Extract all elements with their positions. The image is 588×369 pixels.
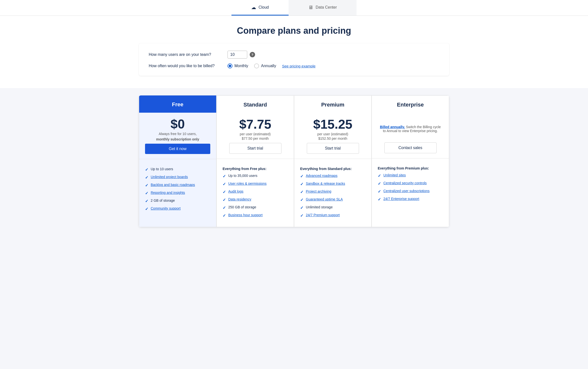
enterprise-feature-3-text[interactable]: Centralized user subscriptions [383,189,430,193]
tab-cloud-label: Cloud [259,5,269,10]
premium-feature-6-text[interactable]: 24/7 Premium support [306,213,340,217]
enterprise-feature-1-text[interactable]: Unlimited sites [383,173,406,177]
premium-plan-header: Premium [294,96,371,113]
check-icon: ✓ [378,181,381,186]
tab-cloud[interactable]: ☁ Cloud [231,0,289,15]
standard-cta-button[interactable]: Start trial [229,143,281,154]
free-price-section: $0 Always free for 10 users, monthly sub… [139,113,216,144]
free-feature-2-text[interactable]: Unlimited project boards [151,175,188,179]
page-header: Compare plans and pricing [0,16,588,43]
free-feature-5-text: 2 GB of storage [151,199,175,202]
tab-datacenter[interactable]: 🖥 Data Center [289,0,357,15]
premium-features: Everything from Standard plus: ✓ Advance… [294,163,371,227]
check-icon: ✓ [145,175,148,180]
premium-feature-5-text: Unlimited storage [306,205,333,209]
premium-feature-2-text[interactable]: Sandbox & release tracks [306,182,345,185]
premium-feature-1: ✓ Advanced roadmaps [300,174,365,179]
monthly-radio-inner [229,65,231,67]
enterprise-plan-header: Enterprise [372,96,449,113]
check-icon: ✓ [145,199,148,203]
premium-plan-name: Premium [299,102,366,108]
enterprise-feature-4: ✓ 24/7 Enterprise support [378,197,443,202]
enterprise-feature-2: ✓ Centralized security controls [378,181,443,186]
users-input[interactable] [228,51,247,59]
plan-card-free: Free $0 Always free for 10 users, monthl… [139,95,216,227]
check-icon: ✓ [300,198,303,202]
datacenter-icon: 🖥 [308,5,313,10]
standard-feature-1-text: Up to 35,000 users [228,174,257,178]
enterprise-billed-annually-link[interactable]: Billed annually. [380,125,405,129]
plan-card-premium: Premium $15.25 per user (estimated) $152… [294,95,372,227]
billing-options: Monthly Annually See pricing example [228,63,315,68]
tab-datacenter-label: Data Center [316,5,337,10]
enterprise-note: Billed annually. Switch the Billing cycl… [377,125,444,133]
free-feature-6-text[interactable]: Community support [151,206,180,210]
free-features: ✓ Up to 10 users ✓ Unlimited project boa… [139,163,216,227]
premium-price-sub: per user (estimated) [317,132,348,136]
free-feature-4: ✓ Reporting and insights [145,191,210,196]
premium-cta: Start trial [294,143,371,159]
free-cta-button[interactable]: Get it now [145,144,210,154]
check-icon: ✓ [223,205,226,210]
check-icon: ✓ [223,213,226,218]
free-feature-3: ✓ Backlog and basic roadmaps [145,183,210,188]
free-plan-header: Free [139,95,216,113]
enterprise-feature-3: ✓ Centralized user subscriptions [378,189,443,194]
enterprise-cta-button[interactable]: Contact sales [384,142,437,153]
check-icon: ✓ [300,190,303,194]
free-price-sub: Always free for 10 users, [159,132,196,136]
cloud-icon: ☁ [251,4,256,10]
users-row: How many users are on your team? ? [149,51,439,59]
free-feature-6: ✓ Community support [145,206,210,211]
standard-feature-2-text[interactable]: User roles & permissions [228,182,267,185]
plans-grid: Free $0 Always free for 10 users, monthl… [139,95,449,227]
enterprise-features-intro: Everything from Premium plus: [378,166,443,170]
users-label: How many users are on your team? [149,52,223,57]
standard-price: $7.75 [239,118,271,131]
enterprise-features: Everything from Premium plus: ✓ Unlimite… [372,162,449,227]
premium-feature-4: ✓ Guaranteed uptime SLA [300,197,365,202]
check-icon: ✓ [223,182,226,186]
free-feature-5: ✓ 2 GB of storage [145,199,210,203]
see-pricing-link[interactable]: See pricing example [282,64,315,68]
standard-feature-6: ✓ Business hour support [223,213,288,218]
premium-feature-3: ✓ Project archiving [300,189,365,194]
billing-row: How often would you like to be billed? M… [149,63,439,68]
check-icon: ✓ [145,191,148,196]
check-icon: ✓ [223,174,226,179]
premium-cta-button[interactable]: Start trial [307,143,359,154]
config-section: How many users are on your team? ? How o… [139,43,449,76]
premium-feature-3-text[interactable]: Project archiving [306,189,331,193]
free-plan-name: Free [144,101,211,108]
premium-price: $15.25 [313,118,352,131]
help-icon[interactable]: ? [250,52,255,57]
premium-feature-4-text[interactable]: Guaranteed uptime SLA [306,197,343,201]
premium-features-intro: Everything from Standard plus: [300,167,365,171]
check-icon: ✓ [300,213,303,218]
free-price: $0 [171,118,185,130]
premium-feature-1-text[interactable]: Advanced roadmaps [306,174,337,178]
enterprise-feature-4-text[interactable]: 24/7 Enterprise support [383,197,419,201]
standard-feature-1: ✓ Up to 35,000 users [223,174,288,179]
enterprise-feature-1: ✓ Unlimited sites [378,173,443,178]
standard-feature-3: ✓ Audit logs [223,189,288,194]
enterprise-plan-name: Enterprise [377,102,444,108]
billing-option-monthly[interactable]: Monthly [228,63,248,68]
check-icon: ✓ [145,167,148,172]
plan-type-tabs: ☁ Cloud 🖥 Data Center [0,0,588,16]
standard-feature-6-text[interactable]: Business hour support [228,213,262,217]
check-icon: ✓ [223,198,226,202]
enterprise-price-section: Billed annually. Switch the Billing cycl… [372,113,449,142]
standard-features-intro: Everything from Free plus: [223,167,288,171]
free-feature-4-text[interactable]: Reporting and insights [151,191,185,195]
billing-option-annually[interactable]: Annually [254,63,276,68]
free-feature-3-text[interactable]: Backlog and basic roadmaps [151,183,195,187]
page-title: Compare plans and pricing [5,26,583,36]
enterprise-feature-2-text[interactable]: Centralized security controls [383,181,427,185]
check-icon: ✓ [145,207,148,211]
standard-feature-3-text[interactable]: Audit logs [228,189,243,193]
standard-feature-4-text[interactable]: Data residency [228,197,251,201]
premium-feature-6: ✓ 24/7 Premium support [300,213,365,218]
standard-feature-2: ✓ User roles & permissions [223,182,288,186]
free-price-sub2: monthly subscription only [156,137,199,141]
